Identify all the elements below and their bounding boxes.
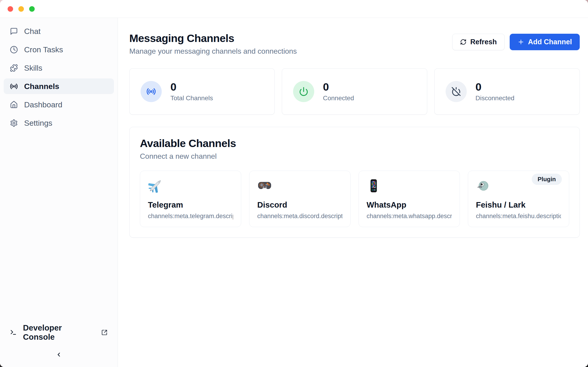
channel-card-whatsapp[interactable]: WhatsApp channels:meta.whatsapp.descrip: [359, 171, 460, 227]
channel-card-discord[interactable]: Discord channels:meta.discord.descriptic: [249, 171, 351, 227]
stats-row: 0 Total Channels 0 Connected: [129, 68, 580, 115]
channel-name: Telegram: [148, 200, 233, 209]
puzzle-icon: [10, 64, 18, 72]
stat-icon-circle: [141, 81, 162, 102]
sidebar-nav: Chat Cron Tasks Skills: [0, 23, 118, 131]
channel-description: channels:meta.telegram.descript: [148, 213, 233, 220]
refresh-button-label: Refresh: [470, 38, 497, 46]
sidebar-footer: Developer Console: [0, 327, 118, 367]
clock-icon: [10, 46, 18, 54]
stat-value: 0: [476, 81, 515, 92]
app-window: Chat Cron Tasks Skills: [0, 0, 588, 367]
channel-grid: Telegram channels:meta.telegram.descript: [140, 171, 569, 227]
mobile-phone-emoji: [367, 178, 452, 194]
stat-label: Disconnected: [476, 94, 515, 102]
developer-console-link[interactable]: Developer Console: [10, 327, 107, 338]
main-content: Messaging Channels Manage your messaging…: [118, 18, 588, 367]
sidebar-item-label: Chat: [24, 27, 41, 36]
available-channels-panel: Available Channels Connect a new channel: [129, 127, 580, 238]
page-title: Messaging Channels: [129, 33, 297, 44]
stat-card-connected: 0 Connected: [282, 68, 427, 115]
stat-label: Total Channels: [170, 94, 213, 102]
developer-console-label: Developer Console: [23, 323, 95, 342]
sidebar-item-dashboard[interactable]: Dashboard: [4, 97, 114, 112]
channel-card-feishu[interactable]: Plugin Feishu: [468, 171, 569, 227]
airplane-emoji: [148, 178, 233, 194]
game-controller-emoji: [257, 178, 342, 194]
stat-card-total-channels: 0 Total Channels: [129, 68, 275, 115]
sidebar-item-label: Dashboard: [24, 100, 62, 109]
zoom-window-button[interactable]: [29, 6, 35, 12]
title-bar: [0, 0, 588, 18]
channel-description: channels:meta.feishu.description: [476, 213, 561, 220]
channel-card-telegram[interactable]: Telegram channels:meta.telegram.descript: [140, 171, 241, 227]
plus-icon: [518, 39, 524, 45]
app-body: Chat Cron Tasks Skills: [0, 18, 588, 367]
power-icon: [299, 87, 309, 96]
minimize-window-button[interactable]: [18, 6, 24, 12]
add-channel-button[interactable]: Add Channel: [510, 34, 580, 50]
sidebar-item-chat[interactable]: Chat: [4, 23, 114, 39]
sidebar-item-label: Channels: [24, 82, 59, 91]
refresh-icon: [460, 39, 467, 45]
chevron-left-icon: [56, 351, 62, 359]
close-window-button[interactable]: [8, 6, 13, 12]
plugin-badge: Plugin: [532, 174, 562, 185]
page-subtitle: Manage your messaging channels and conne…: [129, 47, 297, 56]
stat-label: Connected: [323, 94, 354, 102]
sidebar-spacer: [0, 131, 118, 327]
stat-value: 0: [323, 81, 354, 92]
sidebar-item-label: Skills: [24, 64, 42, 73]
sidebar-item-label: Cron Tasks: [24, 45, 63, 54]
refresh-button[interactable]: Refresh: [452, 34, 504, 50]
page-header: Messaging Channels Manage your messaging…: [129, 33, 580, 56]
stat-text: 0 Total Channels: [170, 81, 213, 102]
chat-bubble-icon: [10, 27, 18, 35]
sidebar-item-cron-tasks[interactable]: Cron Tasks: [4, 42, 114, 57]
sidebar-item-skills[interactable]: Skills: [4, 60, 114, 76]
header-actions: Refresh Add Channel: [452, 34, 580, 50]
available-channels-subtitle: Connect a new channel: [140, 152, 569, 161]
available-channels-title: Available Channels: [140, 137, 569, 149]
channel-name: Feishu / Lark: [476, 200, 561, 209]
add-channel-button-label: Add Channel: [528, 38, 572, 46]
gear-icon: [10, 119, 18, 127]
external-link-icon[interactable]: [101, 329, 107, 336]
sidebar: Chat Cron Tasks Skills: [0, 18, 118, 367]
channel-name: WhatsApp: [367, 200, 452, 209]
traffic-lights: [8, 6, 35, 12]
collapse-row: [10, 350, 107, 360]
sidebar-item-label: Settings: [24, 119, 52, 127]
channel-description: channels:meta.whatsapp.descrip: [367, 213, 452, 220]
stat-card-disconnected: 0 Disconnected: [434, 68, 580, 115]
stat-value: 0: [170, 81, 213, 92]
channel-description: channels:meta.discord.descriptic: [257, 213, 342, 220]
stat-text: 0 Connected: [323, 81, 354, 102]
broadcast-icon: [146, 87, 156, 96]
channel-name: Discord: [257, 200, 342, 209]
stat-icon-circle: [293, 81, 314, 102]
terminal-icon: [10, 329, 17, 336]
home-icon: [10, 101, 18, 109]
sidebar-item-channels[interactable]: Channels: [4, 78, 114, 94]
stat-icon-circle: [446, 81, 467, 102]
page-header-text: Messaging Channels Manage your messaging…: [129, 33, 297, 56]
stat-text: 0 Disconnected: [476, 81, 515, 102]
power-off-icon: [451, 87, 461, 96]
sidebar-item-settings[interactable]: Settings: [4, 115, 114, 131]
broadcast-icon: [10, 82, 18, 90]
collapse-sidebar-button[interactable]: [52, 350, 66, 360]
